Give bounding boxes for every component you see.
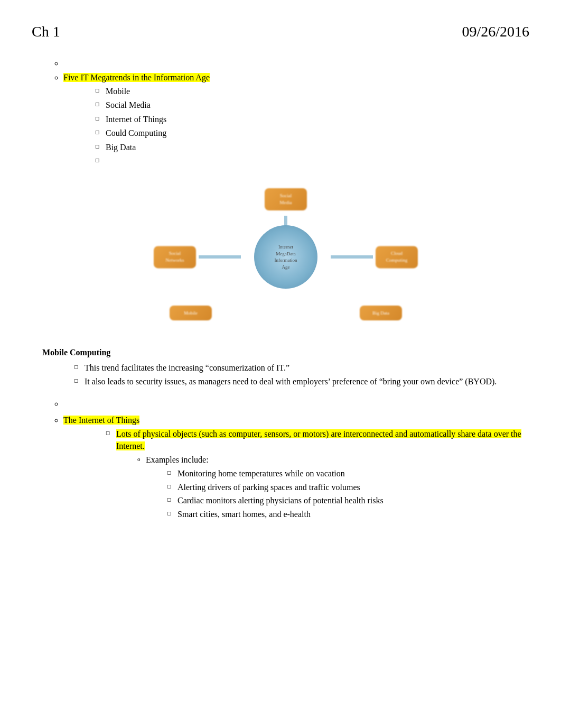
megatrend-empty	[95, 155, 529, 167]
examples-label-item: Examples include: Monitoring home temper…	[137, 454, 529, 520]
mobile-computing-heading: Mobile Computing	[42, 347, 529, 358]
megatrend-cloud: Could Computing	[95, 127, 529, 139]
header-date: 09/26/2016	[462, 21, 529, 42]
example-4: Smart cities, smart homes, and e-health	[167, 509, 529, 520]
megatrend-mobile: Mobile	[95, 86, 529, 97]
examples-label: Examples include:	[146, 455, 209, 464]
megatrend-iot: Internet of Things	[95, 114, 529, 125]
mobile-computing-section: Mobile Computing This trend facilitates …	[42, 347, 529, 388]
mobile-computing-list: This trend facilitates the increasing “c…	[74, 362, 529, 388]
top-outer-list: Five IT Megatrends in the Information Ag…	[63, 58, 529, 167]
diagram-node-bottom-left: Mobile	[170, 306, 212, 321]
page-content: Five IT Megatrends in the Information Ag…	[32, 58, 529, 520]
connector-left-icon	[199, 255, 241, 259]
megatrends-title: Five IT Megatrends in the Information Ag…	[63, 73, 210, 82]
internet-things-description-text: Lots of physical objects (such as comput…	[116, 429, 521, 450]
chapter-title: Ch 1	[32, 21, 60, 42]
diagram-node-top: SocialMedia	[265, 188, 307, 210]
diagram-node-right: CloudComputing	[376, 246, 418, 268]
example-1: Monitoring home temperatures while on va…	[167, 468, 529, 480]
megatrend-bigdata: Big Data	[95, 142, 529, 153]
example-2: Alerting drivers of parking spaces and t…	[167, 482, 529, 493]
connector-right-icon	[331, 255, 373, 259]
megatrends-list: Mobile Social Media Internet of Things C…	[95, 86, 529, 167]
megatrends-item: Five IT Megatrends in the Information Ag…	[63, 72, 529, 168]
mobile-bullet-2: It also leads to security issues, as man…	[74, 376, 529, 388]
mobile-bullet-1: This trend facilitates the increasing “c…	[74, 362, 529, 374]
diagram-container: SocialMedia SocialNetworks CloudComputin…	[42, 183, 529, 331]
diagram-center-circle: InternetMegaDataInformationAge	[254, 225, 317, 289]
diagram-node-left: SocialNetworks	[154, 246, 196, 268]
center-circle-text: InternetMegaDataInformationAge	[275, 244, 297, 270]
internet-things-title: The Internet of Things	[63, 416, 139, 425]
examples-items: Monitoring home temperatures while on va…	[167, 468, 529, 520]
examples-list: Examples include: Monitoring home temper…	[137, 454, 529, 520]
internet-things-list: Lots of physical objects (such as comput…	[106, 428, 529, 520]
example-3: Cardiac monitors alerting physicians of …	[167, 495, 529, 506]
internet-outer-list: The Internet of Things Lots of physical …	[63, 398, 529, 520]
diagram-node-bottom-right: Big Data	[360, 306, 402, 321]
megatrend-social-media: Social Media	[95, 99, 529, 111]
page-header: Ch 1 09/26/2016	[32, 21, 529, 42]
diagram: SocialMedia SocialNetworks CloudComputin…	[154, 188, 418, 326]
internet-things-item: The Internet of Things Lots of physical …	[63, 414, 529, 520]
empty-bullet-2	[63, 398, 529, 410]
internet-things-description: Lots of physical objects (such as comput…	[106, 428, 529, 520]
empty-bullet-1	[63, 58, 529, 69]
